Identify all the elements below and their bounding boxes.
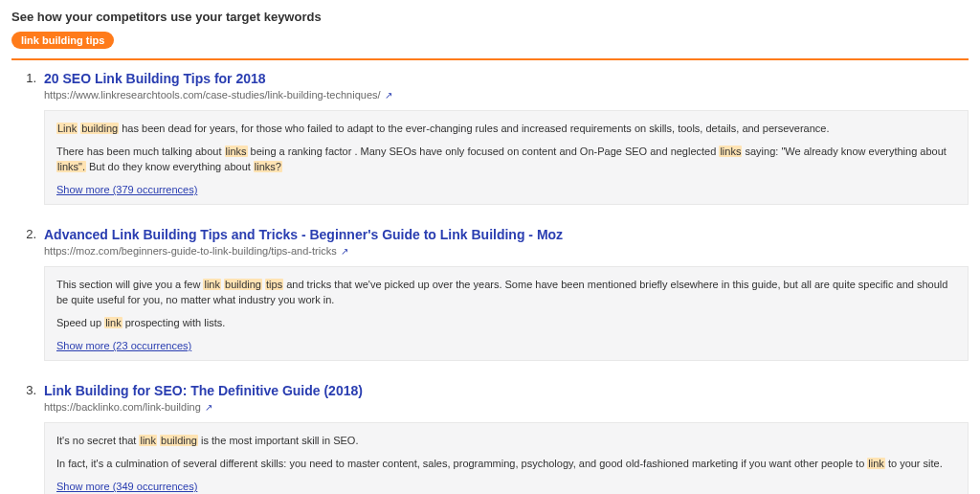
top-divider (11, 58, 969, 60)
snippet-box: It's no secret that link building is the… (44, 422, 969, 494)
results-list: 1.20 SEO Link Building Tips for 2018http… (11, 70, 969, 494)
keyword-highlight: links? (254, 161, 282, 172)
keyword-highlight: tips (265, 279, 283, 290)
show-more-link[interactable]: Show more (23 occurrences) (56, 340, 191, 351)
keyword-highlight: building (224, 279, 262, 290)
result-title[interactable]: Advanced Link Building Tips and Tricks -… (44, 226, 969, 243)
snippet-paragraph: Link building has been dead for years, f… (56, 121, 956, 136)
keyword-highlight: links (719, 146, 742, 157)
keyword-highlight: links (225, 146, 248, 157)
result-body: Advanced Link Building Tips and Tricks -… (44, 226, 969, 361)
result-title[interactable]: Link Building for SEO: The Definitive Gu… (44, 382, 969, 399)
external-link-icon[interactable]: ↗ (205, 402, 212, 413)
keyword-highlight: link (867, 458, 885, 469)
snippet-box: This section will give you a few link bu… (44, 266, 969, 361)
keyword-pill[interactable]: link building tips (11, 32, 114, 49)
section-title: See how your competitors use your target… (11, 10, 969, 24)
snippet-paragraph: It's no secret that link building is the… (56, 433, 956, 448)
snippet-paragraph: There has been much talking about links … (56, 144, 956, 174)
external-link-icon[interactable]: ↗ (385, 90, 392, 101)
result-url[interactable]: https://www.linkresearchtools.com/case-s… (44, 89, 381, 101)
result-url-row: https://www.linkresearchtools.com/case-s… (44, 89, 969, 101)
keyword-highlight: link (203, 279, 221, 290)
external-link-icon[interactable]: ↗ (341, 246, 348, 257)
show-more-link[interactable]: Show more (379 occurrences) (56, 184, 197, 195)
snippet-paragraph: This section will give you a few link bu… (56, 277, 956, 307)
result-title[interactable]: 20 SEO Link Building Tips for 2018 (44, 70, 969, 87)
snippet-paragraph: In fact, it's a culmination of several d… (56, 456, 956, 471)
result-rank: 2. (11, 226, 44, 361)
keyword-highlight: building (80, 123, 119, 134)
show-more-link[interactable]: Show more (349 occurrences) (56, 481, 197, 492)
result-url-row: https://backlinko.com/link-building↗ (44, 401, 969, 413)
result-item: 2.Advanced Link Building Tips and Tricks… (11, 226, 969, 361)
result-body: Link Building for SEO: The Definitive Gu… (44, 382, 969, 494)
keyword-highlight: link (104, 317, 122, 328)
keyword-highlight: links". (56, 161, 86, 172)
result-url-row: https://moz.com/beginners-guide-to-link-… (44, 245, 969, 257)
result-rank: 1. (11, 70, 44, 205)
result-item: 3.Link Building for SEO: The Definitive … (11, 382, 969, 494)
result-body: 20 SEO Link Building Tips for 2018https:… (44, 70, 969, 205)
result-url[interactable]: https://backlinko.com/link-building (44, 401, 201, 413)
result-url[interactable]: https://moz.com/beginners-guide-to-link-… (44, 245, 337, 257)
keyword-highlight: link (139, 435, 157, 446)
result-rank: 3. (11, 382, 44, 494)
keyword-highlight: Link (56, 123, 78, 134)
snippet-paragraph: Speed up link prospecting with lists. (56, 315, 956, 330)
result-item: 1.20 SEO Link Building Tips for 2018http… (11, 70, 969, 205)
snippet-box: Link building has been dead for years, f… (44, 110, 969, 205)
keyword-highlight: building (160, 435, 198, 446)
